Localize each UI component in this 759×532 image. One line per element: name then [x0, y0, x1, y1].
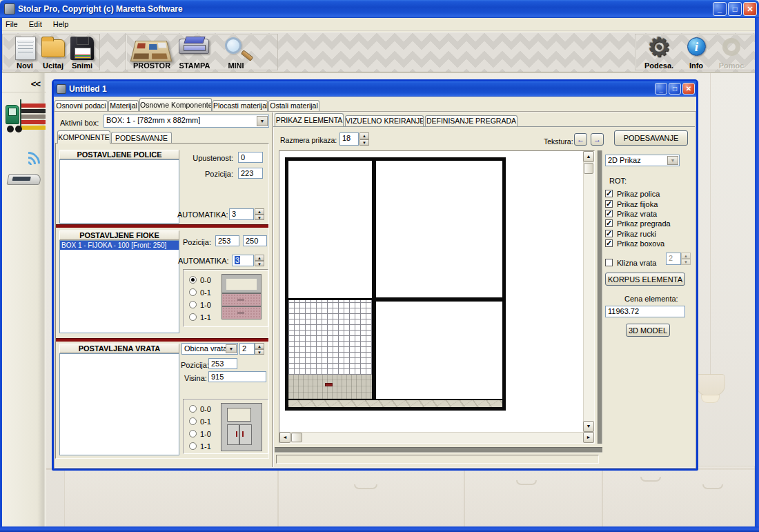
doc-maximize-button[interactable]: □ [669, 83, 681, 95]
mini-button[interactable]: MINI [219, 37, 253, 70]
tab-plocasti-materijal[interactable]: Plocasti materijal [213, 100, 268, 111]
save-floppy-icon [70, 37, 94, 60]
doc-minimize-button[interactable]: _ [655, 83, 667, 95]
fioke-radio-0-1[interactable] [189, 288, 197, 296]
doc-titlebar: Untitled 1 [54, 81, 696, 97]
checkbox-prikaz-polica[interactable] [605, 190, 613, 197]
vrata-visina-field[interactable]: 915 [208, 371, 266, 382]
podesa-button[interactable]: ⚙ Podesa. [641, 37, 677, 70]
vrata-radio-0-1[interactable] [189, 417, 197, 425]
combo-arrow-icon[interactable]: ▼ [226, 344, 237, 353]
police-pozicija-field[interactable]: 223 [238, 168, 263, 179]
new-button[interactable]: Novi [10, 37, 40, 70]
checkbox-klizna-vrata[interactable] [605, 259, 613, 266]
prostor-button[interactable]: PROSTOR [132, 37, 172, 70]
vertical-splitter[interactable] [598, 150, 602, 444]
texture-prev-button[interactable]: ← [574, 133, 587, 146]
fioke-selected-item[interactable]: BOX 1 - FIJOKA - 100 [Front: 250] [60, 241, 179, 250]
tab-osnovni-podaci[interactable]: Osnovni podaci [55, 100, 108, 111]
stampa-button[interactable]: STAMPA [176, 37, 213, 70]
vrata-pozicija-field[interactable]: 253 [208, 358, 237, 369]
tab-definisanje-pregrada[interactable]: DEFINISANJE PREGRADA [425, 115, 518, 126]
vrata-radio-0-0[interactable] [189, 405, 197, 413]
section-divider [56, 224, 268, 228]
window-border-bottom [0, 526, 759, 532]
subtab-podesavanje[interactable]: PODESAVANJE [111, 132, 172, 144]
sidebar-collapse-button[interactable]: << [31, 79, 40, 89]
tab-materijal[interactable]: Materijal [108, 100, 139, 111]
forklift-icon[interactable] [6, 98, 46, 134]
menu-help[interactable]: Help [48, 19, 75, 30]
main-titlebar: Stolar Pro, Copyright (c) Maretta Softwa… [0, 0, 759, 18]
open-folder-icon [41, 39, 65, 57]
doc-close-button[interactable]: ✕ [682, 83, 695, 95]
police-automatika-field[interactable]: 3 [229, 208, 254, 220]
razmera-field[interactable]: 18 [339, 132, 359, 146]
open-button[interactable]: Ucitaj [37, 37, 69, 70]
vrata-broj-spinner[interactable]: ▲▼ [255, 343, 264, 355]
vrata-listbox[interactable] [59, 353, 179, 455]
fioke-radio-1-0[interactable] [189, 301, 197, 308]
razmera-spinner[interactable]: ▲▼ [359, 132, 369, 146]
upustenost-label: Upustenost: [175, 154, 233, 162]
fioke-pozicija-label: Pozicija: [183, 238, 211, 246]
new-document-icon [15, 37, 36, 60]
fioke-automatika-spinner[interactable]: ▲▼ [255, 255, 264, 266]
fioke-radio-0-0[interactable] [189, 276, 197, 284]
info-button[interactable]: i Info [681, 37, 711, 70]
drawer-preview-image [222, 275, 261, 319]
vrata-radio-1-1[interactable] [189, 442, 197, 450]
vrata-tip-combo[interactable]: Obicna vrata ▼ [181, 343, 238, 355]
minimize-button[interactable]: _ [713, 2, 727, 16]
subtab-komponente[interactable]: KOMPONENTE [57, 130, 110, 144]
canvas-vscrollbar[interactable]: ▲ ▼ [583, 151, 594, 432]
police-listbox[interactable] [59, 159, 179, 224]
toolbar-group-settings: ⚙ Podesa. i Info Pomoc [635, 34, 757, 70]
horizontal-splitter[interactable] [275, 447, 602, 453]
fioke-automatika-field[interactable]: 3 [232, 255, 254, 266]
combo-arrow-icon[interactable]: ▼ [257, 116, 268, 126]
vrata-broj-field[interactable]: 2 [239, 343, 255, 355]
checkbox-prikaz-fijoka[interactable] [605, 200, 613, 208]
toolbar-group-file: Novi Ucitaj Snimi [2, 34, 100, 70]
tab-osnovne-komponente[interactable]: Osnovne Komponente [139, 98, 212, 111]
vrata-header: POSTAVLJENA VRATA [59, 344, 179, 353]
tab-prikaz-elementa[interactable]: PRIKAZ ELEMENTA [275, 113, 344, 126]
tab-vizuelno-kreiranje[interactable]: VIZUELNO KREIRANJE [345, 115, 424, 126]
checkbox-prikaz-pregrada[interactable] [605, 219, 613, 227]
fioke-radio-1-1[interactable] [189, 313, 197, 321]
scanner-icon[interactable] [7, 150, 43, 192]
save-button[interactable]: Snimi [67, 37, 97, 70]
upustenost-field[interactable]: 0 [238, 152, 263, 163]
cena-label: Cena elementa: [624, 295, 678, 303]
menu-file[interactable]: File [0, 19, 23, 30]
magnifier-icon [225, 37, 241, 54]
checkbox-prikaz-vrata[interactable] [605, 210, 613, 217]
canvas-hscrollbar[interactable]: ◄ ► [279, 432, 594, 443]
texture-next-button[interactable]: → [591, 133, 604, 146]
fioke-listbox[interactable]: BOX 1 - FIJOKA - 100 [Front: 250] [59, 240, 179, 333]
aktivni-box-combo[interactable]: BOX: 1 - [782mm x 882mm] ▼ [103, 115, 269, 128]
fioke-pozicija1-field[interactable]: 253 [215, 235, 239, 246]
app-title: Stolar Pro, Copyright (c) Maretta Softwa… [18, 4, 183, 14]
police-automatika-spinner[interactable]: ▲▼ [255, 208, 264, 220]
checkbox-prikaz-boxova[interactable] [605, 239, 613, 247]
model-3d-button[interactable]: 3D MODEL [626, 324, 670, 337]
view-mode-combo[interactable]: 2D Prikaz ▼ [605, 155, 680, 166]
drawing-canvas[interactable]: ▲ ▼ ◄ ► [279, 150, 595, 444]
maximize-button[interactable]: □ [728, 2, 742, 16]
police-header: POSTAVLJENE POLICE [59, 150, 179, 159]
tekstura-label: Tekstura: [544, 137, 573, 146]
korpus-elementa-button[interactable]: KORPUS ELEMENTA [605, 273, 685, 286]
fioke-pozicija2-field[interactable]: 250 [243, 235, 267, 246]
window-border-right [755, 18, 759, 526]
tab-ostali-materijal[interactable]: Ostali materijal [268, 100, 319, 111]
podesavanje-button[interactable]: PODESAVANJE [614, 130, 688, 146]
cena-field[interactable]: 11963.72 [605, 306, 685, 317]
close-button[interactable]: ✕ [743, 2, 757, 16]
menu-edit[interactable]: Edit [23, 19, 48, 30]
rot-label: ROT: [609, 177, 627, 185]
vrata-radio-1-0[interactable] [189, 430, 197, 437]
checkbox-prikaz-rucki[interactable] [605, 230, 613, 237]
info-icon: i [687, 37, 706, 56]
